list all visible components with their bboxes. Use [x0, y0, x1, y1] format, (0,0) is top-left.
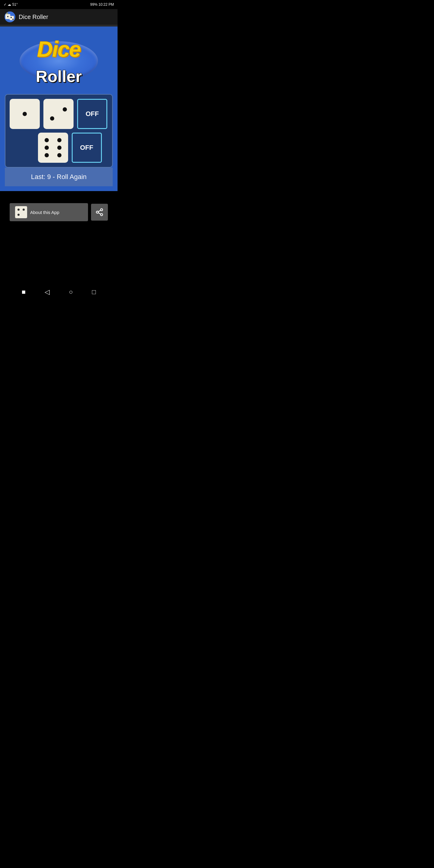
svg-text:D: D — [6, 12, 8, 15]
nav-square-icon[interactable]: ■ — [22, 288, 26, 296]
svg-point-8 — [96, 211, 98, 213]
status-left-text: ✓ ☁ 51° — [4, 2, 18, 7]
die-1[interactable] — [10, 99, 40, 129]
svg-point-2 — [7, 16, 8, 17]
dice-row-bottom: OFF — [10, 133, 108, 163]
svg-point-9 — [101, 214, 103, 216]
about-button[interactable]: About this App — [10, 203, 88, 221]
svg-point-4 — [10, 17, 12, 18]
share-button[interactable] — [91, 204, 108, 221]
about-bar: About this App — [0, 200, 118, 224]
about-button-label: About this App — [30, 210, 59, 215]
die-2[interactable] — [43, 99, 73, 129]
die-off-bottom[interactable]: OFF — [72, 133, 102, 163]
die-off-top[interactable]: OFF — [77, 99, 107, 129]
roll-again-bar[interactable]: Last: 9 - Roll Again — [5, 167, 113, 186]
dice-row-top: OFF — [10, 99, 108, 129]
bottom-separator — [0, 191, 118, 200]
dice-panel: OFF OFF — [5, 94, 113, 167]
black-fill — [0, 224, 118, 284]
app-logo-icon: D — [4, 11, 16, 23]
logo-container: Dice Roller — [17, 34, 101, 88]
share-icon — [95, 208, 104, 216]
app-title: Dice Roller — [19, 13, 48, 21]
status-bar: ✓ ☁ 51° 99% 10:22 PM — [0, 0, 118, 9]
die-6[interactable] — [38, 133, 68, 163]
svg-point-5 — [12, 19, 13, 20]
svg-point-7 — [101, 209, 103, 211]
svg-line-10 — [98, 213, 101, 214]
nav-recents-icon[interactable]: □ — [92, 288, 96, 296]
app-bar: D Dice Roller — [0, 9, 118, 25]
logo-dice-text: Dice — [37, 37, 81, 61]
svg-line-11 — [98, 210, 101, 212]
main-content: Dice Roller OFF — [0, 27, 118, 191]
nav-home-icon[interactable]: ○ — [69, 288, 73, 296]
logo-roller-text: Roller — [36, 67, 82, 86]
nav-bar: ■ ◁ ○ □ — [0, 284, 118, 300]
nav-back-icon[interactable]: ◁ — [44, 288, 50, 296]
status-right-text: 99% 10:22 PM — [90, 2, 114, 7]
status-right: 99% 10:22 PM — [90, 2, 114, 7]
about-dice-icon — [15, 206, 27, 218]
status-left: ✓ ☁ 51° — [4, 2, 18, 7]
